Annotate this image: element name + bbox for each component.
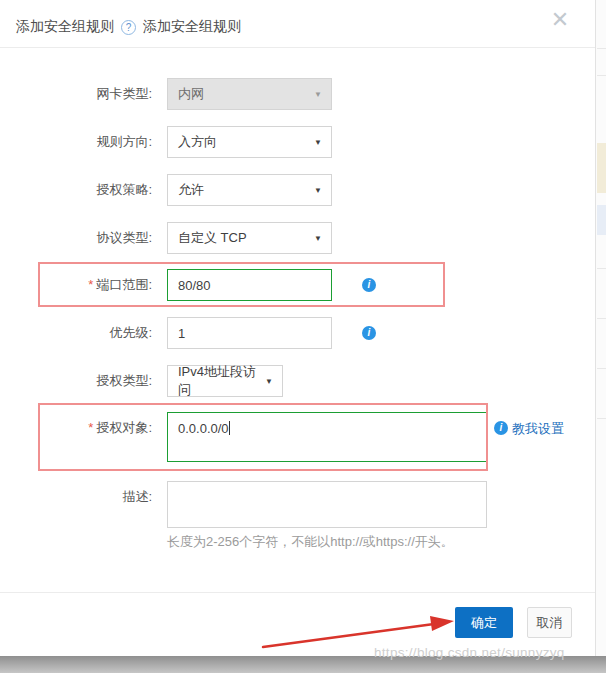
- auth-type-label: 授权类型:: [0, 365, 152, 397]
- nic-type-label: 网卡类型:: [0, 78, 152, 110]
- background-line: [597, 418, 606, 419]
- protocol-label: 协议类型:: [0, 222, 152, 254]
- chevron-down-icon: ▼: [314, 90, 322, 99]
- add-security-group-rule-dialog: 添加安全组规则 ? 添加安全组规则 ✕ 网卡类型: 内网 ▼ 规则方向: 入方向…: [0, 0, 595, 656]
- background-line: [597, 48, 606, 49]
- info-icon[interactable]: i: [362, 278, 376, 292]
- auth-type-value: IPv4地址段访问: [178, 363, 258, 399]
- header-divider: [0, 47, 595, 48]
- background-line: [597, 268, 606, 269]
- auth-object-textarea[interactable]: 0.0.0.0/0: [167, 412, 487, 462]
- description-helper-text: 长度为2-256个字符，不能以http://或https://开头。: [167, 533, 454, 551]
- background-line: [597, 368, 606, 369]
- row-direction: 规则方向: 入方向 ▼: [0, 126, 595, 158]
- nic-type-select: 内网 ▼: [167, 78, 332, 110]
- direction-value: 入方向: [178, 133, 217, 151]
- port-range-label: *端口范围:: [0, 269, 152, 301]
- required-asterisk: *: [88, 277, 93, 292]
- cancel-button[interactable]: 取消: [527, 607, 572, 638]
- dialog-title-repeat: 添加安全组规则: [143, 18, 241, 36]
- footer-divider: [0, 592, 595, 593]
- port-range-input[interactable]: [167, 269, 332, 301]
- help-icon[interactable]: ?: [121, 20, 136, 35]
- background-block: [597, 205, 606, 235]
- info-icon[interactable]: i: [362, 326, 376, 340]
- row-protocol: 协议类型: 自定义 TCP ▼: [0, 222, 595, 254]
- row-policy: 授权策略: 允许 ▼: [0, 174, 595, 206]
- auth-object-label: *授权对象:: [0, 412, 152, 444]
- direction-label: 规则方向:: [0, 126, 152, 158]
- policy-value: 允许: [178, 181, 204, 199]
- nic-type-value: 内网: [178, 85, 204, 103]
- row-auth-type: 授权类型: IPv4地址段访问 ▼: [0, 365, 595, 397]
- chevron-down-icon: ▼: [314, 138, 322, 147]
- close-icon[interactable]: ✕: [546, 6, 574, 34]
- text-cursor: [229, 421, 230, 435]
- background-page-sliver: [595, 0, 606, 656]
- dialog-title: 添加安全组规则: [16, 18, 114, 36]
- dialog-header: 添加安全组规则 ? 添加安全组规则: [16, 12, 241, 42]
- priority-label: 优先级:: [0, 317, 152, 349]
- chevron-down-icon: ▼: [265, 377, 273, 386]
- required-asterisk: *: [88, 420, 93, 435]
- background-line: [597, 318, 606, 319]
- teach-me-link[interactable]: 教我设置: [512, 420, 564, 438]
- info-icon[interactable]: i: [494, 421, 508, 435]
- policy-select[interactable]: 允许 ▼: [167, 174, 332, 206]
- direction-select[interactable]: 入方向 ▼: [167, 126, 332, 158]
- background-block: [597, 143, 606, 193]
- auth-type-select[interactable]: IPv4地址段访问 ▼: [167, 365, 283, 397]
- description-label: 描述:: [0, 481, 152, 513]
- chevron-down-icon: ▼: [314, 234, 322, 243]
- page-bottom-strip: [0, 656, 606, 673]
- policy-label: 授权策略:: [0, 174, 152, 206]
- priority-input[interactable]: [167, 317, 332, 349]
- chevron-down-icon: ▼: [314, 186, 322, 195]
- description-textarea[interactable]: [167, 481, 487, 528]
- protocol-select[interactable]: 自定义 TCP ▼: [167, 222, 332, 254]
- protocol-value: 自定义 TCP: [178, 229, 247, 247]
- auth-object-value: 0.0.0.0/0: [178, 421, 229, 436]
- background-line: [597, 75, 606, 76]
- confirm-button[interactable]: 确定: [455, 607, 513, 638]
- row-nic-type: 网卡类型: 内网 ▼: [0, 78, 595, 110]
